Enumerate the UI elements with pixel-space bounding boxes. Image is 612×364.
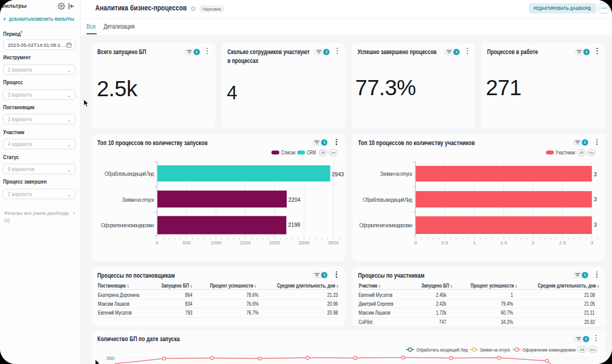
svg-text:2500: 2500 xyxy=(299,239,310,245)
svg-text:2204: 2204 xyxy=(288,196,301,202)
svg-text:CRM: CRM xyxy=(307,150,316,155)
svg-text:Оформление командировки: Оформление командировки xyxy=(359,223,412,228)
svg-text:2943: 2943 xyxy=(332,171,345,177)
svg-text:Inv: Inv xyxy=(589,150,594,154)
svg-text:All: All xyxy=(321,150,325,154)
svg-text:All: All xyxy=(579,150,583,154)
svg-text:3000: 3000 xyxy=(328,239,339,245)
svg-text:500: 500 xyxy=(183,239,191,245)
svg-text:1.5: 1.5 xyxy=(500,239,507,245)
svg-text:Inv: Inv xyxy=(590,347,595,352)
svg-text:2.5: 2.5 xyxy=(559,239,566,245)
svg-text:Обработать входящий Лид: Обработать входящий Лид xyxy=(363,197,412,202)
svg-text:2000: 2000 xyxy=(269,239,280,245)
svg-text:0.5: 0.5 xyxy=(441,239,448,245)
svg-text:2: 2 xyxy=(531,239,534,245)
svg-text:Заявки на отпуск: Заявки на отпуск xyxy=(122,197,155,202)
svg-text:3: 3 xyxy=(594,196,597,202)
svg-text:Заявки на отпуск: Заявки на отпуск xyxy=(380,171,413,177)
svg-text:350: 350 xyxy=(106,355,114,361)
svg-text:0: 0 xyxy=(414,239,416,245)
svg-text:Участники: Участники xyxy=(555,150,575,155)
svg-text:Оформление командировки: Оформление командировки xyxy=(522,347,576,353)
svg-text:3: 3 xyxy=(594,171,597,177)
svg-text:Оформление командировки: Оформление командировки xyxy=(101,223,154,228)
svg-text:All: All xyxy=(580,347,584,352)
svg-text:3: 3 xyxy=(590,239,593,245)
svg-text:Обработать входящий Лид: Обработать входящий Лид xyxy=(416,347,468,353)
svg-text:2198: 2198 xyxy=(288,221,301,227)
svg-text:Inv: Inv xyxy=(331,150,336,154)
svg-text:Заявки на отпуск: Заявки на отпуск xyxy=(480,347,511,353)
svg-text:3: 3 xyxy=(594,221,597,227)
svg-text:Обработать входящий Лид: Обработать входящий Лид xyxy=(105,171,154,177)
svg-text:1: 1 xyxy=(473,239,475,245)
svg-text:0: 0 xyxy=(156,239,158,245)
svg-text:1500: 1500 xyxy=(240,239,251,245)
svg-text:Списки: Списки xyxy=(282,150,296,155)
svg-text:1000: 1000 xyxy=(210,239,221,245)
